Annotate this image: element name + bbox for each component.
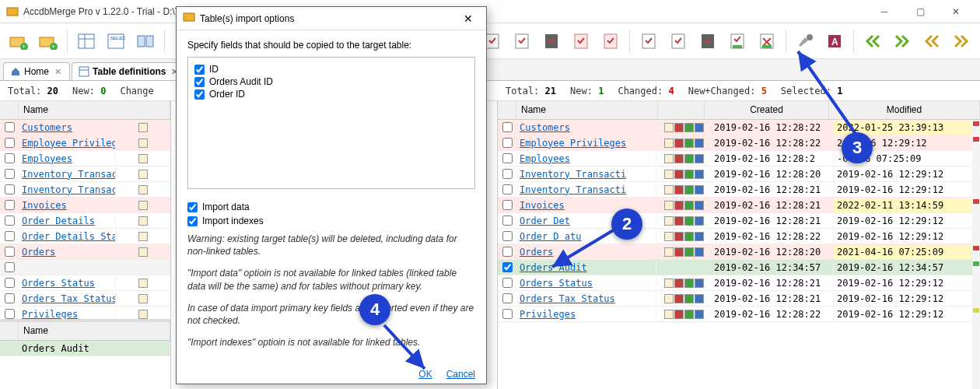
row-name[interactable]: Privileges	[19, 307, 116, 320]
row-name[interactable]: Invoices	[19, 198, 116, 212]
check-right-icon[interactable]	[597, 27, 625, 55]
table-row[interactable]: Invoices	[0, 198, 170, 213]
row-name[interactable]: Inventory Transacti	[19, 183, 116, 197]
row-checkbox[interactable]	[502, 122, 513, 132]
table-row[interactable]: Invoices 2019-02-16 12:28:21 2022-02-11 …	[498, 198, 980, 213]
row-name[interactable]: Order Details	[19, 214, 116, 228]
row-checkbox[interactable]	[5, 309, 15, 319]
row-name[interactable]: Inventory Transacti	[516, 167, 656, 181]
row-checkbox[interactable]	[5, 216, 15, 226]
check-left-icon[interactable]	[567, 27, 595, 55]
row-checkbox[interactable]	[502, 231, 513, 241]
table-row[interactable]: Orders Audit	[0, 341, 170, 356]
import-left-icon[interactable]	[723, 27, 751, 55]
import-data-checkbox[interactable]: Import data	[187, 202, 475, 212]
row-checkbox[interactable]	[5, 247, 15, 257]
table-row[interactable]: Employee Privileges	[0, 135, 170, 151]
row-checkbox[interactable]	[5, 184, 15, 194]
table-row[interactable]: Inventory Transacti 2019-02-16 12:28:20 …	[498, 166, 980, 182]
query-icon[interactable]: SELEC	[102, 27, 130, 55]
table-row[interactable]: Orders Tax Status 2019-02-16 12:28:21 20…	[498, 291, 980, 307]
uncheck-new-right-icon[interactable]	[664, 27, 692, 55]
table-row[interactable]: Orders Status	[0, 275, 170, 291]
table-row[interactable]: Order Details Statu	[0, 229, 170, 244]
table-row[interactable]: Privileges 2019-02-16 12:28:22 2019-02-1…	[498, 307, 980, 322]
table-row[interactable]: Customers	[0, 120, 170, 135]
table-row[interactable]: Privileges	[0, 307, 170, 319]
cancel-button[interactable]: Cancel	[446, 369, 475, 380]
table-row[interactable]: Orders Tax Status	[0, 291, 170, 307]
close-button[interactable]: ✕	[938, 0, 974, 23]
row-checkbox[interactable]	[5, 169, 15, 179]
col-name[interactable]: Name	[19, 101, 170, 119]
row-name[interactable]: Employee Privileges	[516, 136, 656, 150]
row-checkbox[interactable]	[5, 231, 15, 241]
import-indexes-checkbox[interactable]: Import indexes	[187, 216, 475, 226]
table-row[interactable]: Orders	[0, 244, 170, 260]
table-row[interactable]: Employees	[0, 151, 170, 166]
table-row[interactable]: Employees 2019-02-16 12:28:2 -04-16 07:2…	[498, 151, 980, 166]
field-checkbox[interactable]: ID	[194, 64, 468, 75]
tab-table-definitions[interactable]: Table definitions ✕	[72, 62, 187, 80]
row-name[interactable]: Orders	[19, 245, 116, 259]
table-defs-icon[interactable]	[72, 27, 100, 55]
row-name[interactable]: Customers	[516, 121, 656, 135]
row-name[interactable]: Order Details Statu	[19, 230, 116, 244]
table-row[interactable]: Inventory Transacti	[0, 182, 170, 198]
row-checkbox[interactable]	[502, 262, 513, 272]
col-name[interactable]: Name	[516, 101, 658, 119]
row-checkbox[interactable]	[5, 122, 15, 132]
row-checkbox[interactable]	[5, 278, 15, 288]
relation-icon[interactable]	[131, 27, 159, 55]
row-name[interactable]: Orders Status	[19, 276, 116, 290]
field-checkbox[interactable]: Orders Audit ID	[194, 76, 468, 87]
row-checkbox[interactable]	[502, 309, 513, 319]
tab-close-icon[interactable]: ✕	[52, 66, 63, 77]
tab-home[interactable]: Home ✕	[3, 62, 70, 80]
row-name[interactable]: Orders Status	[516, 276, 656, 290]
row-checkbox[interactable]	[502, 247, 513, 257]
row-checkbox[interactable]	[5, 293, 15, 303]
import-right-icon[interactable]	[753, 27, 781, 55]
table-row[interactable]: Order Details	[0, 213, 170, 229]
nav-prev-icon[interactable]	[918, 27, 946, 55]
table-row[interactable]: Order Det 2019-02-16 12:28:21 2019-02-16…	[498, 213, 980, 229]
open-left-icon[interactable]: +	[5, 27, 33, 55]
row-name[interactable]: Employee Privileges	[19, 136, 116, 150]
row-checkbox[interactable]	[502, 169, 513, 179]
uncheck-all-icon[interactable]	[694, 27, 722, 55]
minimize-button[interactable]: ─	[866, 0, 902, 23]
row-checkbox[interactable]	[502, 278, 513, 288]
table-row[interactable]: Orders Status 2019-02-16 12:28:21 2019-0…	[498, 275, 980, 291]
row-name[interactable]: Employees	[516, 152, 656, 166]
row-name[interactable]: Invoices	[516, 198, 656, 212]
row-checkbox[interactable]	[502, 216, 513, 226]
row-checkbox[interactable]	[5, 262, 15, 272]
check-new-right-icon[interactable]	[508, 27, 536, 55]
row-name[interactable]: Inventory Transacti	[516, 183, 656, 197]
open-right-icon[interactable]: +	[34, 27, 62, 55]
row-name[interactable]: Employees	[19, 152, 116, 166]
uncheck-new-left-icon[interactable]	[635, 27, 663, 55]
row-name[interactable]: Inventory Transacti	[19, 167, 116, 181]
row-checkbox[interactable]	[502, 184, 513, 194]
row-checkbox[interactable]	[502, 153, 513, 163]
check-all-icon[interactable]	[537, 27, 565, 55]
maximize-button[interactable]: ▢	[902, 0, 938, 23]
row-checkbox[interactable]	[502, 138, 513, 148]
row-name[interactable]	[19, 266, 116, 269]
row-name[interactable]: Orders Tax Status	[516, 292, 656, 306]
row-name[interactable]: Orders Tax Status	[19, 292, 116, 306]
row-checkbox[interactable]	[5, 138, 15, 148]
nav-next2-icon[interactable]	[888, 27, 916, 55]
row-name[interactable]: Privileges	[516, 307, 656, 321]
row-checkbox[interactable]	[502, 293, 513, 303]
row-checkbox[interactable]	[5, 200, 15, 210]
table-row[interactable]: Customers 2019-02-16 12:28:22 2022-01-25…	[498, 120, 980, 135]
nav-next-icon[interactable]	[947, 27, 975, 55]
dialog-close-button[interactable]: ✕	[457, 7, 480, 30]
table-row[interactable]: Inventory Transacti	[0, 166, 170, 182]
row-checkbox[interactable]	[5, 153, 15, 163]
col-name[interactable]: Name	[19, 322, 170, 340]
field-checkbox[interactable]: Order ID	[194, 89, 468, 100]
